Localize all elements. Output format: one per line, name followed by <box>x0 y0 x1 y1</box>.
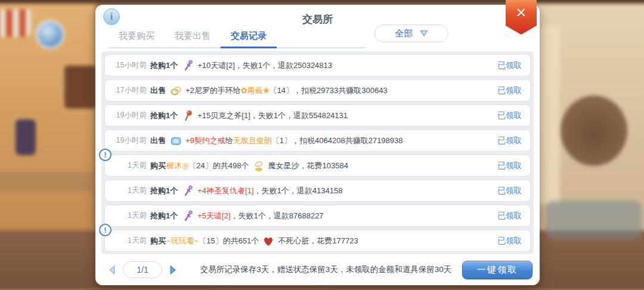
row-text-segment: 不死心脏，花费177723 <box>278 236 358 246</box>
filter-selected-value: 全部 <box>395 28 413 39</box>
row-description: 樨沐◎〔24〕的共498个魔女星沙，花费103584 <box>166 159 348 172</box>
next-page-icon[interactable] <box>168 265 178 275</box>
background-roof-beam <box>0 0 644 4</box>
row-text-segment: 〔24〕的共498个 <box>188 161 249 171</box>
claimed-status: 已领取 <box>493 135 522 146</box>
tab-sell[interactable]: 我要出售 <box>165 27 221 48</box>
claimed-status: 已领取 <box>493 60 522 71</box>
row-text-segment: 〔14〕，扣税29733共赚取300643 <box>270 85 388 96</box>
row-action: 抢购1个 <box>150 211 178 221</box>
row-description: +10天谴[2]，失败1个，退款250324813 <box>178 59 332 72</box>
row-time: 19小时前 <box>111 135 147 146</box>
row-text-segment: +9契约之戒 <box>185 135 225 146</box>
row-action: 出售 <box>150 135 166 146</box>
wand-icon <box>181 184 194 198</box>
row-text-segment: ，失败1个，退款4134158 <box>254 186 343 196</box>
tab-buy[interactable]: 我要购买 <box>109 27 165 48</box>
sand-pouch-icon <box>252 159 265 172</box>
close-icon[interactable]: ✕ <box>506 0 537 35</box>
wand-icon <box>181 59 194 72</box>
page-indicator: 1/1 <box>123 261 162 278</box>
transaction-list: 15小时前 抢购1个 +10天谴[2]，失败1个，退款250324813 已领取… <box>104 54 531 252</box>
claimed-status: 已领取 <box>493 110 522 121</box>
exchange-dialog: i 交易所 ✕ 我要购买 我要出售 交易记录 全部 15小时前 抢购1个 +10… <box>95 5 540 285</box>
prev-page-icon[interactable] <box>107 265 117 275</box>
bracelet-icon <box>169 84 182 97</box>
background-shop-sign <box>36 20 64 49</box>
chevron-down-icon <box>420 30 428 37</box>
claimed-status: 已领取 <box>493 211 522 221</box>
transaction-row: ! 1天前 购买 ~玩玩看~〔15〕的共651个不死心脏，花费177723 已领… <box>104 230 531 252</box>
row-text-segment: ~玩玩看~ <box>166 236 199 246</box>
heart-icon <box>262 235 275 248</box>
claimed-status: 已领取 <box>493 85 522 96</box>
alert-icon: ! <box>99 224 112 236</box>
row-text-segment: 〔1〕，扣税4064208共赚取27198938 <box>272 135 403 146</box>
claimed-status: 已领取 <box>493 161 522 171</box>
alert-icon: ! <box>99 149 112 161</box>
transaction-row: 15小时前 抢购1个 +10天谴[2]，失败1个，退款250324813 已领取 <box>104 54 531 76</box>
claim-all-button[interactable]: 一键领取 <box>462 261 532 279</box>
row-text-segment: 樨沐◎ <box>166 161 188 171</box>
row-time: 15小时前 <box>111 60 147 70</box>
wand-icon <box>181 209 194 223</box>
transaction-row: 17小时前 出售 +2尼罗的手环给✿兩義❀〔14〕，扣税29733共赚取3006… <box>104 79 531 101</box>
background-window <box>64 66 97 109</box>
row-action: 抢购1个 <box>150 110 178 121</box>
tab-records[interactable]: 交易记录 <box>221 27 277 48</box>
row-text-segment: 魔女星沙，花费103584 <box>268 161 348 171</box>
row-text-segment: +5天谴[2] <box>197 211 230 221</box>
row-description: +2尼罗的手环给✿兩義❀〔14〕，扣税29733共赚取300643 <box>166 84 388 97</box>
row-time: 1天前 <box>111 186 147 196</box>
row-text-segment: 无敌且俊朗 <box>233 135 272 146</box>
row-action: 抢购1个 <box>150 60 178 71</box>
row-description: +4神圣复仇者[1]，失败1个，退款4134158 <box>178 184 342 198</box>
row-text-segment: ✿兩義❀ <box>241 85 270 96</box>
background-awning <box>0 10 31 37</box>
pagination: 1/1 <box>107 261 178 278</box>
row-description: +15贝克之斧[1]，失败1个，退款554824131 <box>178 109 348 122</box>
retention-notice: 交易所记录保存3天，赠送状态保留3天，未领取的金额和道具保留30天 <box>178 264 462 275</box>
transaction-list-panel: 15小时前 抢购1个 +10天谴[2]，失败1个，退款250324813 已领取… <box>101 51 534 254</box>
background-shadow <box>546 200 642 239</box>
row-time: 1天前 <box>111 161 147 171</box>
row-description: +5天谴[2]，失败1个，退款87688227 <box>178 209 323 223</box>
row-text-segment: 给 <box>225 135 233 146</box>
row-text-segment: +10天谴[2]，失败1个，退款250324813 <box>197 60 332 71</box>
row-action: 购买 <box>150 236 166 246</box>
page-title: 交易所 <box>95 13 540 26</box>
transaction-row: ! 1天前 购买 樨沐◎〔24〕的共498个魔女星沙，花费103584 已领取 <box>104 155 531 177</box>
row-text-segment: 〔15〕的共651个 <box>199 236 259 246</box>
background-step <box>0 172 93 192</box>
row-action: 出售 <box>150 85 166 96</box>
claimed-status: 已领取 <box>493 186 522 196</box>
background-mailbox <box>16 119 36 155</box>
row-time: 17小时前 <box>111 85 147 95</box>
transaction-row: 1天前 抢购1个 +4神圣复仇者[1]，失败1个，退款4134158 已领取 <box>104 180 531 202</box>
row-action: 抢购1个 <box>150 186 178 196</box>
row-description: +9契约之戒给无敌且俊朗〔1〕，扣税4064208共赚取27198938 <box>166 134 403 147</box>
row-time: 19小时前 <box>111 110 147 121</box>
background-arch <box>561 95 627 166</box>
row-description: ~玩玩看~〔15〕的共651个不死心脏，花费177723 <box>166 235 358 248</box>
transaction-row: 19小时前 抢购1个 +15贝克之斧[1]，失败1个，退款554824131 已… <box>104 104 531 127</box>
filter-dropdown[interactable]: 全部 <box>374 24 448 42</box>
transaction-row: 1天前 抢购1个 +5天谴[2]，失败1个，退款87688227 已领取 <box>104 205 531 227</box>
row-text-segment: +4神圣复仇者[1] <box>197 186 253 196</box>
row-text-segment: +15贝克之斧[1]，失败1个，退款554824131 <box>197 110 348 121</box>
row-action: 购买 <box>150 161 166 171</box>
row-text-segment: +2尼罗的手环给 <box>185 85 241 96</box>
tab-bar: 我要购买 我要出售 交易记录 <box>109 27 366 48</box>
row-text-segment: ，失败1个，退款87688227 <box>231 211 324 221</box>
axe-icon <box>181 109 194 122</box>
blue-ring-icon <box>169 134 182 147</box>
claimed-status: 已领取 <box>493 236 522 246</box>
transaction-row: 19小时前 出售 +9契约之戒给无敌且俊朗〔1〕，扣税4064208共赚取271… <box>104 129 531 152</box>
row-time: 1天前 <box>111 236 147 246</box>
footer-bar: 1/1 交易所记录保存3天，赠送状态保留3天，未领取的金额和道具保留30天 一键… <box>95 254 540 285</box>
row-time: 1天前 <box>111 211 147 221</box>
